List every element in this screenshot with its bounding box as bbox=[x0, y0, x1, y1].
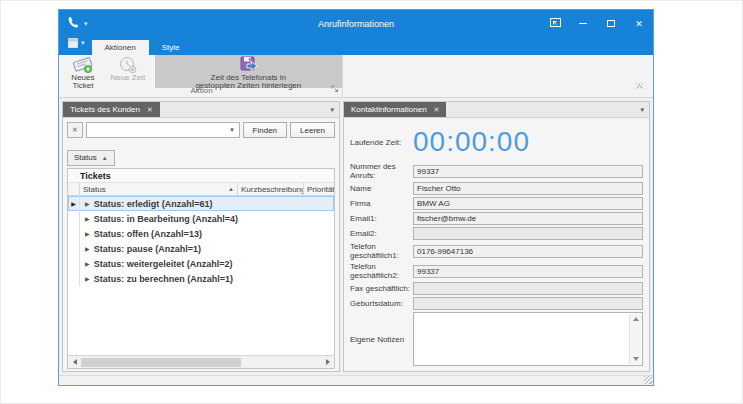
vertical-scrollbar[interactable] bbox=[629, 314, 641, 364]
resize-grip[interactable] bbox=[644, 376, 652, 384]
scrollbar-thumb[interactable] bbox=[81, 358, 241, 367]
field-row-email1: Email1: fischer@bmw.de bbox=[350, 212, 643, 225]
find-button[interactable]: Finden bbox=[243, 122, 287, 138]
ribbon-group-label: Aktion bbox=[61, 86, 342, 96]
group-row-weitergeleitet[interactable]: ▶ Status: weitergeleitet (Anzahl=2) bbox=[68, 256, 334, 271]
field-row-fax: Fax geschäftlich: bbox=[350, 282, 643, 295]
field-row-birthdate: Geburtsdatum: bbox=[350, 297, 643, 310]
notes-textarea[interactable] bbox=[413, 312, 643, 366]
expand-icon[interactable]: ▶ bbox=[85, 200, 90, 207]
horizontal-scrollbar[interactable] bbox=[68, 355, 334, 368]
company-field[interactable]: BMW AG bbox=[413, 197, 643, 210]
chevron-down-icon: ▾ bbox=[81, 39, 85, 47]
email1-field[interactable]: fischer@bmw.de bbox=[413, 212, 643, 225]
expand-icon[interactable]: ▶ bbox=[85, 230, 90, 237]
quick-access-toolbar[interactable]: ▾ bbox=[59, 15, 88, 33]
group-row-pause[interactable]: ▶ Status: pause (Anzahl=1) bbox=[68, 241, 334, 256]
scroll-right-icon[interactable] bbox=[321, 356, 334, 368]
minimize-icon bbox=[579, 23, 587, 24]
group-row-erledigt[interactable]: ▶ ▶ Status: erledigt (Anzahl=61) bbox=[68, 196, 334, 211]
minimize-button[interactable] bbox=[569, 10, 597, 37]
application-menu-button[interactable]: ▾ bbox=[64, 34, 92, 55]
status-strip bbox=[59, 375, 653, 385]
group-row-in-bearbeitung[interactable]: ▶ Status: in Bearbeitung (Anzahl=4) bbox=[68, 211, 334, 226]
field-row-email2: Email2: bbox=[350, 227, 643, 240]
clock-plus-icon bbox=[117, 56, 139, 74]
field-row-phone2: Telefon geschäftlich2: 99337 bbox=[350, 262, 643, 280]
collapse-ribbon-icon[interactable] bbox=[635, 76, 644, 94]
fullscreen-toggle-button[interactable] bbox=[541, 10, 569, 37]
tab-style[interactable]: Style bbox=[149, 40, 193, 55]
tickets-panel-header: Tickets des Kunden ✕ ▾ bbox=[63, 102, 339, 118]
sort-ascending-icon: ▲ bbox=[102, 155, 108, 161]
dialog-launcher-icon[interactable] bbox=[331, 79, 339, 97]
field-row-name: Name Fischer Otto bbox=[350, 182, 643, 195]
panel-menu-icon[interactable]: ▾ bbox=[330, 106, 339, 114]
call-information-window: ▾ Anrufinformationen ✕ ▾ bbox=[58, 9, 654, 386]
combo-dropdown-icon[interactable]: ▾ bbox=[226, 123, 239, 137]
dock-area: Tickets des Kunden ✕ ▾ ✕ ▾ Finden Leeren bbox=[59, 98, 653, 375]
group-row-offen[interactable]: ▶ Status: offen (Anzahl=13) bbox=[68, 226, 334, 241]
row-indicator-icon: ▶ bbox=[68, 196, 80, 211]
search-input[interactable] bbox=[87, 123, 226, 137]
expand-icon[interactable]: ▶ bbox=[85, 245, 90, 252]
name-field[interactable]: Fischer Otto bbox=[413, 182, 643, 195]
business-phone1-field[interactable]: 0176-99647136 bbox=[413, 245, 643, 258]
clear-search-button[interactable]: ✕ bbox=[67, 122, 83, 138]
field-row-call-number: Nummer des Anrufs: 99337 bbox=[350, 162, 643, 180]
ribbon-group-aktion: Neues Ticket Neue Zeit Ze bbox=[61, 55, 343, 97]
grid-caption: Tickets bbox=[68, 169, 334, 183]
field-row-firma: Firma BMW AG bbox=[350, 197, 643, 210]
fax-field[interactable] bbox=[413, 282, 643, 295]
business-phone2-field[interactable]: 99337 bbox=[413, 265, 643, 278]
column-header-prioritaet[interactable]: Priorität bbox=[304, 183, 334, 195]
new-ticket-button[interactable]: Neues Ticket bbox=[63, 55, 103, 88]
new-time-label: Neue Zeit bbox=[110, 74, 145, 82]
screen: ▾ Anrufinformationen ✕ ▾ bbox=[0, 0, 743, 404]
column-header-kurzbeschreibung[interactable]: Kurzbeschreibung (... bbox=[238, 183, 304, 195]
tab-kontaktinformationen[interactable]: Kontaktinformationen ✕ bbox=[344, 102, 446, 117]
call-number-field[interactable]: 99337 bbox=[413, 165, 643, 178]
window-controls: ✕ bbox=[541, 10, 653, 37]
ticket-plus-icon bbox=[71, 56, 95, 74]
scroll-left-icon[interactable] bbox=[68, 356, 81, 368]
panel-menu-icon[interactable]: ▾ bbox=[640, 106, 649, 114]
notes-row: Eigene Notizen bbox=[350, 312, 643, 366]
tab-tickets-des-kunden[interactable]: Tickets des Kunden ✕ bbox=[63, 102, 160, 117]
scroll-down-icon[interactable] bbox=[633, 357, 639, 361]
grid-rows: ▶ ▶ Status: erledigt (Anzahl=61) ▶ Statu… bbox=[68, 196, 334, 355]
close-button[interactable]: ✕ bbox=[625, 10, 653, 37]
timer-label: Laufende Zeit: bbox=[350, 138, 413, 147]
column-header-status[interactable]: Status ▲ bbox=[80, 183, 238, 195]
expand-icon[interactable]: ▶ bbox=[85, 275, 90, 282]
phone-icon bbox=[67, 15, 80, 33]
tab-aktionen[interactable]: Aktionen bbox=[92, 40, 149, 55]
tickets-grid: Tickets Status ▲ Kurzbeschreibung (... bbox=[67, 168, 335, 369]
chevron-down-icon[interactable]: ▾ bbox=[84, 20, 88, 28]
contact-panel: Kontaktinformationen ✕ ▾ Laufende Zeit: … bbox=[343, 101, 650, 372]
clear-button[interactable]: Leeren bbox=[290, 122, 335, 138]
tickets-panel-body: ✕ ▾ Finden Leeren Status ▲ bbox=[63, 118, 339, 371]
timer-row: Laufende Zeit: 00:00:00 bbox=[350, 125, 643, 159]
group-by-field-label: Status bbox=[74, 153, 97, 162]
sort-ascending-icon: ▲ bbox=[228, 186, 234, 192]
expand-icon[interactable]: ▶ bbox=[85, 215, 90, 222]
close-tab-icon[interactable]: ✕ bbox=[147, 106, 153, 114]
group-row-zu-berechnen[interactable]: ▶ Status: zu berechnen (Anzahl=1) bbox=[68, 271, 334, 286]
contact-panel-header: Kontaktinformationen ✕ ▾ bbox=[344, 102, 649, 118]
email2-field[interactable] bbox=[413, 227, 643, 240]
expand-icon[interactable]: ▶ bbox=[85, 260, 90, 267]
new-time-button[interactable]: Neue Zeit bbox=[103, 55, 153, 88]
ribbon-tab-row: ▾ Aktionen Style bbox=[59, 37, 653, 55]
group-by-status-chip[interactable]: Status ▲ bbox=[67, 150, 115, 166]
maximize-button[interactable] bbox=[597, 10, 625, 37]
birthdate-field[interactable] bbox=[413, 297, 643, 310]
contact-panel-body: Laufende Zeit: 00:00:00 Nummer des Anruf… bbox=[344, 118, 649, 371]
grid-header-row: Status ▲ Kurzbeschreibung (... Priorität bbox=[68, 183, 334, 196]
close-tab-icon[interactable]: ✕ bbox=[434, 106, 440, 114]
tickets-panel: Tickets des Kunden ✕ ▾ ✕ ▾ Finden Leeren bbox=[62, 101, 340, 372]
scroll-up-icon[interactable] bbox=[633, 317, 639, 321]
titlebar: ▾ Anrufinformationen ✕ bbox=[59, 10, 653, 37]
store-call-time-button[interactable]: Zeit des Telefonats in gestoppten Zeiten… bbox=[155, 55, 342, 88]
contact-form: Laufende Zeit: 00:00:00 Nummer des Anruf… bbox=[344, 118, 649, 371]
